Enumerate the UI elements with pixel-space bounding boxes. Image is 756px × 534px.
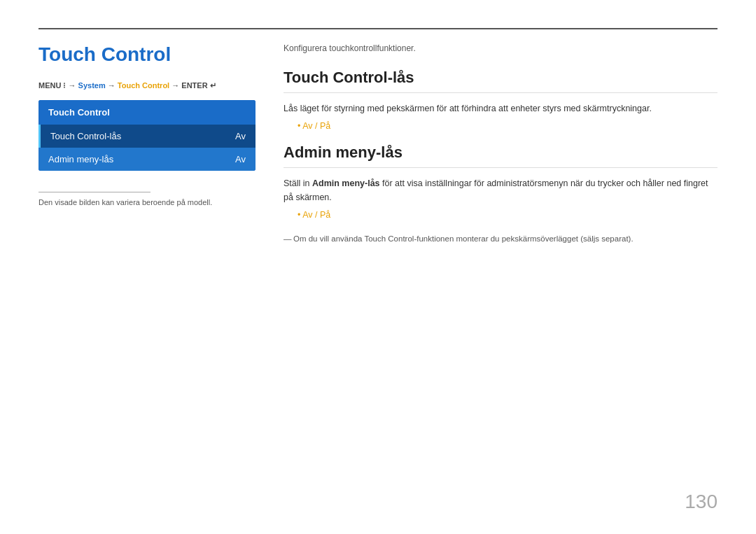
admin-meny-las-label: Admin meny-lås — [48, 154, 113, 164]
touch-control-nav-text: Touch Control — [118, 81, 169, 90]
arrow1: → — [69, 81, 78, 90]
right-subtitle: Konfigurera touchkontrollfunktioner. — [284, 43, 718, 53]
section-desc-admin-meny-las: Ställ in Admin meny-lås för att visa ins… — [284, 176, 718, 204]
arrow3: → ENTER ↵ — [172, 81, 216, 90]
admin-desc-part1: Ställ in — [284, 178, 312, 188]
note-text: Om du vill använda Touch Control-funktio… — [284, 232, 718, 245]
note-part2: -funktionen monterar du pekskärmsöverläg… — [414, 234, 633, 243]
section-title-admin-meny-las: Admin meny-lås — [284, 143, 718, 168]
content-layout: Touch Control MENU ⁝ → System → Touch Co… — [38, 43, 718, 245]
touch-control-las-label: Touch Control-lås — [50, 131, 121, 141]
menu-path: MENU ⁝ → System → Touch Control → ENTER … — [38, 81, 255, 90]
menu-item-touch-control-las[interactable]: Touch Control-lås Av — [38, 125, 255, 148]
top-divider — [38, 28, 718, 29]
bullet-admin-meny-las: Av / På — [298, 210, 718, 220]
footnote-divider — [38, 192, 150, 192]
page-title: Touch Control — [38, 43, 255, 66]
admin-meny-las-value: Av — [235, 154, 246, 164]
touch-control-las-value: Av — [235, 131, 246, 141]
section-title-touch-control-las: Touch Control-lås — [284, 69, 718, 93]
left-panel: Touch Control MENU ⁝ → System → Touch Co… — [38, 43, 255, 245]
page-number: 130 — [685, 491, 718, 513]
system-text: System — [78, 81, 106, 90]
note-part1: Om du vill använda — [293, 234, 364, 243]
note-touch-control-highlight: Touch Control — [364, 234, 414, 243]
menu-icon: MENU ⁝ — [38, 81, 66, 90]
bullet-touch-control-las: Av / På — [298, 121, 718, 131]
page-container: Touch Control MENU ⁝ → System → Touch Co… — [0, 0, 756, 534]
right-panel: Konfigurera touchkontrollfunktioner. Tou… — [284, 43, 718, 245]
menu-item-admin-meny-las[interactable]: Admin meny-lås Av — [38, 148, 255, 171]
footnote-text: Den visade bilden kan variera beroende p… — [38, 198, 255, 206]
section-desc-touch-control-las: Lås läget för styrning med pekskärmen fö… — [284, 101, 718, 115]
arrow2: → — [108, 81, 118, 90]
menu-box-header: Touch Control — [38, 100, 255, 125]
admin-desc-bold: Admin meny-lås — [312, 178, 380, 188]
menu-box: Touch Control Touch Control-lås Av Admin… — [38, 100, 255, 171]
